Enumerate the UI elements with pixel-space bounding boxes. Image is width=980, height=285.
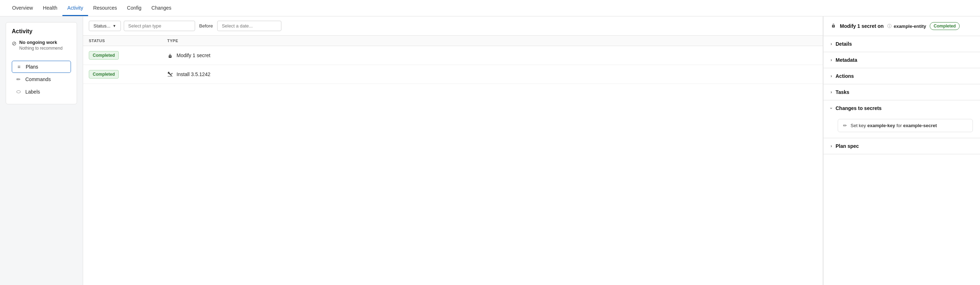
type-cell-1: Modify 1 secret: [167, 52, 817, 59]
table-row[interactable]: Completed Modify 1 secret: [83, 46, 823, 65]
accordion-label-details: Details: [835, 41, 852, 47]
filter-bar: Status... ▼ Before: [83, 16, 823, 36]
plans-icon: ≡: [16, 64, 22, 70]
wrench-icon-row2: [167, 71, 173, 77]
pencil-edit-icon: ✏: [843, 123, 847, 128]
type-label-1: Modify 1 secret: [177, 53, 210, 58]
nav-health[interactable]: Health: [38, 1, 62, 16]
activity-title: Activity: [12, 28, 71, 35]
chevron-tasks-icon: ›: [830, 90, 832, 94]
secret-change-text: Set key example-key for example-secret: [851, 123, 937, 128]
sidebar-label-labels: Labels: [25, 89, 40, 94]
type-cell-2: Install 3.5.1242: [167, 71, 817, 77]
lock-icon-row1: [167, 52, 173, 59]
activity-card: Activity ⊘ No ongoing work Nothing to re…: [6, 22, 77, 104]
sidebar-item-plans[interactable]: ≡ Plans: [12, 61, 71, 73]
col-header-type: TYPE: [167, 38, 817, 43]
status-cell-2: Completed: [89, 70, 167, 78]
nav-changes[interactable]: Changes: [146, 1, 177, 16]
secret-key-name: example-key: [867, 123, 895, 128]
commands-icon: ✏: [15, 77, 22, 82]
header-completed-badge: Completed: [930, 22, 960, 30]
top-nav: Overview Health Activity Resources Confi…: [0, 0, 980, 16]
secret-change-item: ✏ Set key example-key for example-secret: [838, 119, 973, 132]
accordion-label-metadata: Metadata: [835, 57, 858, 63]
chevron-details-icon: ›: [830, 42, 832, 46]
type-label-2: Install 3.5.1242: [177, 71, 210, 77]
sidebar-item-labels[interactable]: ⬭ Labels: [12, 86, 71, 98]
chevron-metadata-icon: ›: [830, 58, 832, 62]
chevron-changes-secrets-icon: ›: [829, 107, 834, 109]
main-layout: Activity ⊘ No ongoing work Nothing to re…: [0, 16, 980, 285]
entity-info: ⓘ example-entity: [887, 23, 926, 29]
status-cell-1: Completed: [89, 51, 167, 60]
accordion-changes-secrets: › Changes to secrets ✏ Set key example-k…: [823, 100, 980, 138]
accordion-header-details[interactable]: › Details: [823, 36, 980, 52]
table-header: STATUS TYPE: [83, 36, 823, 46]
nav-resources[interactable]: Resources: [88, 1, 122, 16]
nav-config[interactable]: Config: [122, 1, 146, 16]
accordion-actions: › Actions: [823, 68, 980, 84]
secret-name: example-secret: [903, 123, 937, 128]
entity-name: example-entity: [894, 24, 926, 29]
right-header-title: Modify 1 secret on: [840, 23, 884, 29]
no-work-section: ⊘ No ongoing work Nothing to recommend: [12, 40, 71, 55]
sidebar-label-plans: Plans: [25, 64, 38, 70]
accordion-tasks: › Tasks: [823, 84, 980, 100]
accordion-details: › Details: [823, 36, 980, 52]
accordion-label-changes-secrets: Changes to secrets: [835, 106, 881, 111]
right-panel-header: Modify 1 secret on ⓘ example-entity Comp…: [823, 16, 980, 36]
info-circle-icon: ⓘ: [887, 23, 892, 29]
before-label: Before: [198, 23, 214, 29]
date-picker-input[interactable]: [217, 21, 282, 31]
header-lock-icon: [830, 22, 836, 30]
col-header-status: STATUS: [89, 38, 167, 43]
accordion-header-metadata[interactable]: › Metadata: [823, 52, 980, 68]
no-work-icon: ⊘: [12, 40, 16, 47]
labels-icon: ⬭: [15, 88, 22, 94]
accordion-content-changes-secrets: ✏ Set key example-key for example-secret: [823, 116, 980, 138]
sidebar-label-commands: Commands: [25, 77, 51, 82]
center-panel: Status... ▼ Before STATUS TYPE Completed: [83, 16, 823, 285]
accordion-label-actions: Actions: [835, 73, 854, 79]
accordion-plan-spec: › Plan spec: [823, 138, 980, 154]
accordion-label-tasks: Tasks: [835, 89, 850, 95]
no-work-subtext: Nothing to recommend: [19, 46, 62, 51]
accordion-header-actions[interactable]: › Actions: [823, 68, 980, 84]
accordion-label-plan-spec: Plan spec: [835, 143, 859, 149]
accordion-header-plan-spec[interactable]: › Plan spec: [823, 138, 980, 154]
plan-type-input[interactable]: [124, 21, 195, 31]
sidebar-item-commands[interactable]: ✏ Commands: [12, 74, 71, 85]
accordion-header-changes-secrets[interactable]: › Changes to secrets: [823, 100, 980, 116]
chevron-actions-icon: ›: [830, 74, 832, 78]
accordion-header-tasks[interactable]: › Tasks: [823, 84, 980, 100]
table-row[interactable]: Completed Install 3.5.1242: [83, 65, 823, 84]
nav-overview[interactable]: Overview: [7, 1, 38, 16]
right-panel: Modify 1 secret on ⓘ example-entity Comp…: [823, 16, 980, 285]
no-work-heading: No ongoing work: [19, 40, 62, 45]
status-badge-completed-1: Completed: [89, 51, 119, 60]
left-panel: Activity ⊘ No ongoing work Nothing to re…: [0, 16, 83, 285]
status-badge-completed-2: Completed: [89, 70, 119, 78]
nav-activity[interactable]: Activity: [62, 1, 88, 16]
accordion-metadata: › Metadata: [823, 52, 980, 68]
chevron-plan-spec-icon: ›: [830, 144, 832, 149]
dropdown-arrow-icon: ▼: [113, 24, 116, 28]
status-filter-button[interactable]: Status... ▼: [89, 21, 121, 31]
status-filter-label: Status...: [94, 23, 111, 29]
